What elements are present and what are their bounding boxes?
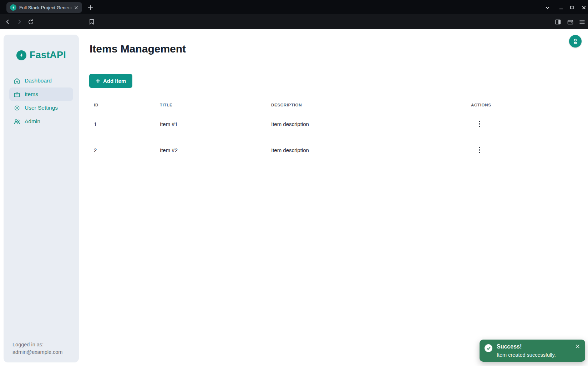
- tab-search-chevron-icon[interactable]: [543, 3, 552, 12]
- items-table: ID TITLE DESCRIPTION ACTIONS 1 Item #1 I…: [85, 99, 555, 163]
- sidebar: FastAPI Dashboard Items: [4, 35, 79, 362]
- tab-strip: Full Stack Project Genera: [0, 0, 588, 14]
- browser-window: Full Stack Project Genera: [0, 0, 588, 366]
- success-toast: Success! Item created successfully.: [480, 340, 585, 362]
- cell-id: 2: [85, 147, 160, 153]
- menu-icon[interactable]: [577, 17, 587, 27]
- wallet-icon[interactable]: [565, 17, 575, 27]
- sidebar-item-label: Items: [25, 91, 38, 97]
- briefcase-icon: [14, 91, 20, 98]
- reload-button[interactable]: [26, 17, 36, 27]
- column-header-description: DESCRIPTION: [271, 103, 467, 107]
- window-maximize-button[interactable]: [567, 3, 577, 12]
- row-actions-kebab-icon[interactable]: [475, 145, 485, 155]
- table-row: 1 Item #1 Item description: [85, 111, 555, 137]
- column-header-actions: ACTIONS: [467, 103, 555, 107]
- cell-description: Item description: [271, 147, 467, 153]
- browser-tab[interactable]: Full Stack Project Genera: [6, 2, 82, 13]
- cell-title: Item #1: [160, 121, 271, 127]
- tab-title: Full Stack Project Genera: [19, 5, 73, 10]
- fastapi-logo: FastAPI: [4, 50, 79, 61]
- home-icon: [14, 77, 20, 84]
- add-item-button[interactable]: Add Item: [89, 74, 132, 88]
- window-close-button[interactable]: [579, 3, 588, 12]
- sidebar-item-dashboard[interactable]: Dashboard: [9, 74, 73, 87]
- toast-close-icon[interactable]: [574, 343, 581, 350]
- table-header-row: ID TITLE DESCRIPTION ACTIONS: [85, 99, 555, 111]
- sidebar-item-label: Dashboard: [25, 77, 52, 84]
- sidebar-item-label: User Settings: [25, 105, 58, 111]
- column-header-title: TITLE: [160, 103, 271, 107]
- fastapi-bolt-icon: [16, 50, 26, 60]
- logo-text: FastAPI: [30, 50, 66, 61]
- back-button[interactable]: [3, 17, 13, 27]
- sidebar-item-admin[interactable]: Admin: [9, 115, 73, 128]
- users-icon: [14, 118, 20, 125]
- cell-description: Item description: [271, 121, 467, 127]
- toast-message: Item created successfully.: [497, 352, 556, 358]
- plus-icon: [96, 79, 100, 83]
- app-page: FastAPI Dashboard Items: [0, 29, 588, 366]
- sidebar-item-items[interactable]: Items: [9, 87, 73, 101]
- browser-toolbar: i localhost/items 1: [0, 14, 588, 29]
- page-title: Items Management: [90, 43, 186, 55]
- cell-id: 1: [85, 121, 160, 127]
- bookmark-icon[interactable]: [87, 17, 97, 27]
- column-header-id: ID: [85, 103, 160, 107]
- logged-in-email: admin@example.com: [12, 349, 62, 356]
- table-row: 2 Item #2 Item description: [85, 137, 555, 163]
- tab-close-icon[interactable]: [73, 4, 79, 11]
- logged-in-info: Logged in as: admin@example.com: [12, 341, 62, 356]
- sidebar-nav: Dashboard Items User Settings: [9, 74, 73, 128]
- forward-button[interactable]: [14, 17, 24, 27]
- window-minimize-button[interactable]: [556, 3, 566, 12]
- new-tab-button[interactable]: [86, 3, 95, 12]
- toast-title: Success!: [497, 344, 522, 350]
- fastapi-favicon-icon: [10, 4, 16, 11]
- cell-title: Item #2: [160, 147, 271, 153]
- row-actions-kebab-icon[interactable]: [475, 119, 485, 129]
- user-avatar-button[interactable]: [569, 35, 582, 47]
- gear-icon: [14, 105, 20, 111]
- sidebar-item-user-settings[interactable]: User Settings: [9, 101, 73, 115]
- logged-in-label: Logged in as:: [12, 341, 62, 349]
- sidebar-item-label: Admin: [25, 118, 40, 125]
- sidebar-panel-icon[interactable]: [553, 17, 563, 27]
- check-circle-icon: [485, 344, 492, 352]
